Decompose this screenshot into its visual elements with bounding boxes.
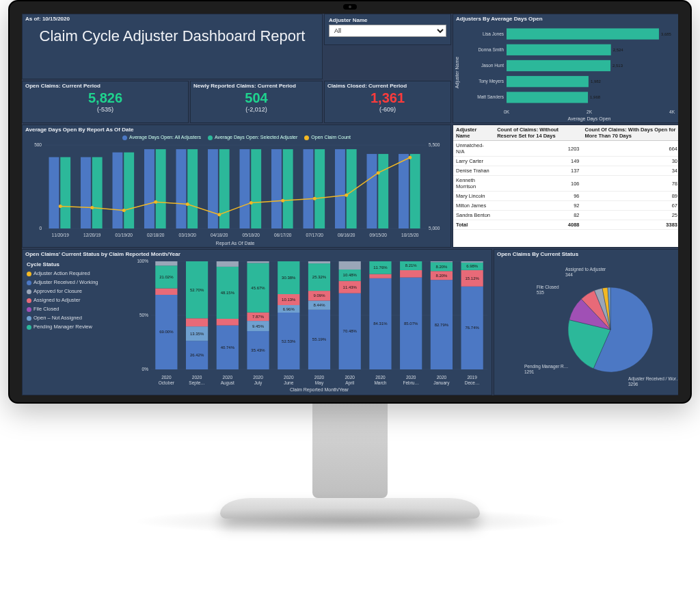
kpi-closed-delta: (-609) [325, 106, 450, 113]
legend-item[interactable]: Adjuster Action Required [27, 269, 128, 278]
svg-text:21.02%: 21.02% [159, 275, 174, 279]
svg-text:25.32%: 25.32% [312, 275, 327, 279]
svg-text:2,513: 2,513 [612, 64, 623, 68]
svg-text:03/19/20: 03/19/20 [179, 233, 197, 237]
filter-label: Adjuster Name [329, 17, 446, 25]
svg-text:06/17/20: 06/17/20 [274, 233, 292, 237]
svg-text:2,524: 2,524 [613, 48, 624, 52]
stacked-legend: Cycle Status Adjuster Action RequiredAdj… [23, 259, 132, 393]
svg-text:26.42%: 26.42% [190, 353, 204, 357]
legend-item[interactable]: Approved for Closure [27, 287, 128, 296]
svg-text:2020: 2020 [223, 375, 233, 380]
kpi-closed-value: 1,361 [325, 90, 450, 106]
svg-text:344: 344 [565, 272, 573, 277]
table-row[interactable]: Sandra Benton8225 [453, 211, 678, 220]
svg-text:7.87%: 7.87% [252, 315, 265, 319]
table-row[interactable]: Kenneth Morrison10678 [453, 176, 678, 192]
svg-text:3,685: 3,685 [661, 32, 672, 36]
svg-text:Febru…: Febru… [403, 380, 418, 385]
svg-text:April: April [345, 380, 355, 386]
svg-text:Septe…: Septe… [189, 380, 205, 386]
svg-text:2020: 2020 [375, 375, 386, 380]
svg-text:10/15/20: 10/15/20 [401, 233, 419, 237]
svg-text:45.67%: 45.67% [251, 286, 265, 290]
svg-rect-39 [187, 149, 198, 228]
svg-rect-32 [113, 152, 123, 228]
as-of-label: As of: 10/15/2020 [23, 14, 322, 23]
table-row[interactable]: Milton James9267 [453, 201, 678, 211]
svg-rect-45 [251, 149, 261, 228]
svg-rect-12 [507, 92, 588, 103]
adjusters-bar-chart: Lisa Jones3,685Donna Smith2,524Jason Hun… [453, 23, 678, 122]
legend-item[interactable]: Open – Not Assigned [27, 313, 128, 322]
svg-text:8.21%: 8.21% [405, 263, 418, 267]
svg-rect-135 [308, 261, 330, 263]
svg-text:85.07%: 85.07% [404, 322, 418, 326]
legend-item[interactable]: File Closed [27, 304, 128, 313]
table-row[interactable]: Larry Carter14930 [453, 157, 678, 166]
svg-text:69.00%: 69.00% [159, 330, 174, 334]
svg-text:55.19%: 55.19% [312, 337, 327, 341]
svg-text:9.45%: 9.45% [252, 324, 265, 328]
svg-rect-53 [335, 149, 345, 228]
pie-title: Open Claims By Current Status [494, 250, 678, 259]
svg-text:June: June [284, 380, 293, 385]
legend-item[interactable]: Adjuster Received / Working [27, 278, 128, 287]
avg-days-title: Average Days Open By Report As Of Date [23, 125, 450, 134]
svg-rect-114 [247, 261, 269, 263]
adjuster-filter-select[interactable]: All [329, 25, 446, 37]
svg-text:13.35%: 13.35% [190, 332, 204, 336]
svg-text:2020: 2020 [161, 375, 172, 380]
svg-text:August: August [221, 380, 234, 386]
svg-text:05/18/20: 05/18/20 [243, 233, 260, 237]
svg-text:30.38%: 30.38% [282, 276, 296, 280]
svg-text:0: 0 [39, 226, 42, 231]
svg-rect-47 [271, 149, 282, 228]
svg-rect-0 [507, 28, 659, 39]
svg-text:82.79%: 82.79% [435, 323, 449, 327]
svg-text:Lisa Jones: Lisa Jones [483, 31, 504, 36]
svg-text:5,500: 5,500 [429, 142, 440, 147]
camera-notch [343, 4, 357, 10]
svg-text:1291: 1291 [524, 369, 535, 374]
table-row[interactable]: Denise Trahan13734 [453, 166, 678, 176]
svg-rect-176 [461, 261, 483, 263]
svg-text:08/16/20: 08/16/20 [338, 233, 355, 237]
svg-text:Matt Sanders: Matt Sanders [477, 94, 504, 99]
svg-text:Tony Meyers: Tony Meyers [479, 79, 504, 84]
svg-text:48.15%: 48.15% [221, 291, 235, 295]
svg-rect-48 [283, 149, 293, 228]
svg-text:2020: 2020 [284, 375, 294, 380]
svg-text:9.09%: 9.09% [313, 293, 325, 298]
kpi-new-title: Newly Reported Claims: Current Period [191, 81, 322, 90]
svg-text:2020: 2020 [345, 375, 355, 380]
svg-text:500: 500 [34, 142, 42, 147]
svg-rect-57 [378, 154, 388, 228]
avg-days-chart: 05005,0005,50011/20/1912/20/1901/19/2002… [23, 141, 452, 246]
svg-text:May: May [315, 380, 324, 386]
table-row[interactable]: Unmatched-N/A1203664 [453, 141, 678, 157]
claims-table-scroll[interactable]: Adjuster NameCount of Claims: Without Re… [453, 125, 678, 247]
svg-rect-100 [217, 319, 239, 326]
svg-rect-42 [219, 149, 230, 228]
legend-sel: Average Days Open: Selected Adjuster [208, 135, 297, 140]
svg-text:11.43%: 11.43% [343, 285, 358, 289]
legend-item[interactable]: Assigned to Adjuster [27, 296, 128, 304]
svg-rect-167 [431, 261, 453, 262]
svg-text:File Closed: File Closed [537, 285, 559, 289]
svg-text:2020: 2020 [406, 375, 416, 380]
table-row[interactable]: Mary Lincoln9689 [453, 192, 678, 201]
svg-text:35.43%: 35.43% [251, 348, 265, 352]
svg-rect-27 [60, 157, 70, 228]
svg-text:8.44%: 8.44% [313, 303, 325, 307]
svg-text:6.96%: 6.96% [283, 307, 295, 311]
monitor-stand-neck [312, 402, 388, 498]
svg-text:8.20%: 8.20% [435, 274, 448, 278]
svg-text:2K: 2K [587, 109, 593, 114]
svg-text:8.20%: 8.20% [435, 265, 448, 269]
stacked-title: Open Claims' Current Status by Claim Rep… [23, 250, 492, 259]
svg-text:3296: 3296 [628, 382, 638, 387]
legend-item[interactable]: Pending Manager Review [27, 322, 128, 331]
svg-rect-60 [410, 154, 420, 228]
svg-text:Claim Reported Month/Year: Claim Reported Month/Year [290, 387, 349, 393]
